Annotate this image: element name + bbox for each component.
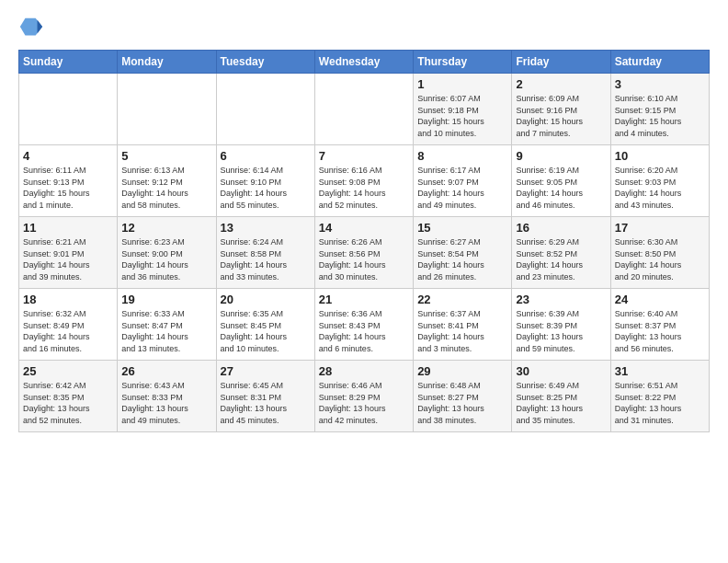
day-info: Sunrise: 6:39 AM Sunset: 8:39 PM Dayligh… — [516, 308, 606, 354]
calendar-cell: 1Sunrise: 6:07 AM Sunset: 9:18 PM Daylig… — [414, 74, 512, 145]
calendar-cell: 2Sunrise: 6:09 AM Sunset: 9:16 PM Daylig… — [512, 74, 610, 145]
day-header-saturday: Saturday — [610, 51, 709, 74]
page-container: SundayMondayTuesdayWednesdayThursdayFrid… — [0, 0, 728, 442]
calendar-cell: 12Sunrise: 6:23 AM Sunset: 9:00 PM Dayli… — [118, 217, 216, 289]
day-number: 7 — [319, 149, 409, 163]
day-info: Sunrise: 6:20 AM Sunset: 9:03 PM Dayligh… — [615, 165, 705, 211]
svg-marker-1 — [38, 20, 43, 34]
day-header-tuesday: Tuesday — [216, 51, 314, 74]
day-number: 23 — [516, 293, 606, 306]
day-info: Sunrise: 6:36 AM Sunset: 8:43 PM Dayligh… — [319, 308, 409, 354]
day-header-thursday: Thursday — [414, 51, 512, 74]
calendar-cell: 9Sunrise: 6:19 AM Sunset: 9:05 PM Daylig… — [512, 145, 610, 217]
day-number: 13 — [221, 221, 311, 235]
day-number: 26 — [121, 364, 211, 378]
day-number: 29 — [417, 364, 507, 378]
day-info: Sunrise: 6:29 AM Sunset: 8:52 PM Dayligh… — [516, 236, 606, 282]
day-number: 8 — [417, 149, 507, 163]
calendar-cell: 7Sunrise: 6:16 AM Sunset: 9:08 PM Daylig… — [314, 145, 413, 217]
day-number: 27 — [221, 364, 311, 378]
day-info: Sunrise: 6:21 AM Sunset: 9:01 PM Dayligh… — [23, 236, 113, 282]
day-info: Sunrise: 6:09 AM Sunset: 9:16 PM Dayligh… — [516, 93, 606, 139]
day-number: 10 — [615, 149, 705, 163]
day-header-monday: Monday — [118, 51, 216, 74]
day-info: Sunrise: 6:35 AM Sunset: 8:45 PM Dayligh… — [221, 308, 311, 354]
day-info: Sunrise: 6:23 AM Sunset: 9:00 PM Dayligh… — [121, 236, 211, 282]
calendar-cell: 6Sunrise: 6:14 AM Sunset: 9:10 PM Daylig… — [216, 145, 314, 217]
day-info: Sunrise: 6:27 AM Sunset: 8:54 PM Dayligh… — [417, 236, 507, 282]
calendar-cell: 21Sunrise: 6:36 AM Sunset: 8:43 PM Dayli… — [314, 289, 413, 361]
day-info: Sunrise: 6:37 AM Sunset: 8:41 PM Dayligh… — [417, 308, 507, 354]
logo-icon — [18, 15, 44, 40]
calendar-cell: 30Sunrise: 6:49 AM Sunset: 8:25 PM Dayli… — [512, 361, 610, 432]
day-number: 25 — [23, 364, 113, 378]
calendar-cell: 11Sunrise: 6:21 AM Sunset: 9:01 PM Dayli… — [19, 217, 118, 289]
day-info: Sunrise: 6:49 AM Sunset: 8:25 PM Dayligh… — [516, 380, 606, 426]
day-info: Sunrise: 6:33 AM Sunset: 8:47 PM Dayligh… — [121, 308, 211, 354]
day-number: 11 — [23, 221, 113, 235]
day-number: 30 — [516, 364, 606, 378]
calendar-cell: 8Sunrise: 6:17 AM Sunset: 9:07 PM Daylig… — [414, 145, 512, 217]
day-info: Sunrise: 6:14 AM Sunset: 9:10 PM Dayligh… — [221, 165, 311, 211]
header — [18, 15, 710, 40]
calendar-cell: 17Sunrise: 6:30 AM Sunset: 8:50 PM Dayli… — [610, 217, 709, 289]
calendar-cell: 3Sunrise: 6:10 AM Sunset: 9:15 PM Daylig… — [610, 74, 709, 145]
calendar-body: 1Sunrise: 6:07 AM Sunset: 9:18 PM Daylig… — [19, 74, 710, 432]
day-info: Sunrise: 6:13 AM Sunset: 9:12 PM Dayligh… — [121, 165, 211, 211]
calendar-cell: 22Sunrise: 6:37 AM Sunset: 8:41 PM Dayli… — [414, 289, 512, 361]
day-info: Sunrise: 6:42 AM Sunset: 8:35 PM Dayligh… — [23, 380, 113, 426]
day-info: Sunrise: 6:40 AM Sunset: 8:37 PM Dayligh… — [615, 308, 705, 354]
calendar-cell: 18Sunrise: 6:32 AM Sunset: 8:49 PM Dayli… — [19, 289, 118, 361]
calendar-cell: 29Sunrise: 6:48 AM Sunset: 8:27 PM Dayli… — [414, 361, 512, 432]
day-number: 3 — [615, 77, 705, 91]
day-number: 4 — [23, 149, 113, 163]
day-number: 9 — [516, 149, 606, 163]
logo — [18, 15, 48, 40]
calendar-cell: 27Sunrise: 6:45 AM Sunset: 8:31 PM Dayli… — [216, 361, 314, 432]
calendar-cell: 31Sunrise: 6:51 AM Sunset: 8:22 PM Dayli… — [610, 361, 709, 432]
calendar-cell: 25Sunrise: 6:42 AM Sunset: 8:35 PM Dayli… — [19, 361, 118, 432]
week-row-2: 4Sunrise: 6:11 AM Sunset: 9:13 PM Daylig… — [19, 145, 710, 217]
day-number: 15 — [417, 221, 507, 235]
week-row-5: 25Sunrise: 6:42 AM Sunset: 8:35 PM Dayli… — [19, 361, 710, 432]
day-info: Sunrise: 6:51 AM Sunset: 8:22 PM Dayligh… — [615, 380, 705, 426]
calendar-cell: 26Sunrise: 6:43 AM Sunset: 8:33 PM Dayli… — [118, 361, 216, 432]
calendar-cell — [118, 74, 216, 145]
calendar-cell — [314, 74, 413, 145]
day-number: 19 — [121, 293, 211, 306]
day-info: Sunrise: 6:45 AM Sunset: 8:31 PM Dayligh… — [221, 380, 311, 426]
day-header-sunday: Sunday — [19, 51, 118, 74]
day-number: 28 — [319, 364, 409, 378]
day-info: Sunrise: 6:32 AM Sunset: 8:49 PM Dayligh… — [23, 308, 113, 354]
day-number: 6 — [221, 149, 311, 163]
day-header-friday: Friday — [512, 51, 610, 74]
week-row-4: 18Sunrise: 6:32 AM Sunset: 8:49 PM Dayli… — [19, 289, 710, 361]
day-number: 12 — [121, 221, 211, 235]
calendar-cell — [19, 74, 118, 145]
day-number: 16 — [516, 221, 606, 235]
day-info: Sunrise: 6:17 AM Sunset: 9:07 PM Dayligh… — [417, 165, 507, 211]
calendar-cell: 20Sunrise: 6:35 AM Sunset: 8:45 PM Dayli… — [216, 289, 314, 361]
day-info: Sunrise: 6:26 AM Sunset: 8:56 PM Dayligh… — [319, 236, 409, 282]
day-number: 31 — [615, 364, 705, 378]
calendar-cell: 4Sunrise: 6:11 AM Sunset: 9:13 PM Daylig… — [19, 145, 118, 217]
calendar-header: SundayMondayTuesdayWednesdayThursdayFrid… — [19, 51, 710, 74]
week-row-3: 11Sunrise: 6:21 AM Sunset: 9:01 PM Dayli… — [19, 217, 710, 289]
day-number: 20 — [221, 293, 311, 306]
day-info: Sunrise: 6:16 AM Sunset: 9:08 PM Dayligh… — [319, 165, 409, 211]
day-info: Sunrise: 6:48 AM Sunset: 8:27 PM Dayligh… — [417, 380, 507, 426]
day-number: 24 — [615, 293, 705, 306]
calendar-cell: 16Sunrise: 6:29 AM Sunset: 8:52 PM Dayli… — [512, 217, 610, 289]
day-info: Sunrise: 6:11 AM Sunset: 9:13 PM Dayligh… — [23, 165, 113, 211]
week-row-1: 1Sunrise: 6:07 AM Sunset: 9:18 PM Daylig… — [19, 74, 710, 145]
calendar-cell: 10Sunrise: 6:20 AM Sunset: 9:03 PM Dayli… — [610, 145, 709, 217]
calendar-cell: 24Sunrise: 6:40 AM Sunset: 8:37 PM Dayli… — [610, 289, 709, 361]
calendar-cell: 5Sunrise: 6:13 AM Sunset: 9:12 PM Daylig… — [118, 145, 216, 217]
day-info: Sunrise: 6:07 AM Sunset: 9:18 PM Dayligh… — [417, 93, 507, 139]
day-info: Sunrise: 6:46 AM Sunset: 8:29 PM Dayligh… — [319, 380, 409, 426]
calendar-cell: 14Sunrise: 6:26 AM Sunset: 8:56 PM Dayli… — [314, 217, 413, 289]
day-number: 22 — [417, 293, 507, 306]
day-number: 17 — [615, 221, 705, 235]
calendar-cell: 15Sunrise: 6:27 AM Sunset: 8:54 PM Dayli… — [414, 217, 512, 289]
day-number: 18 — [23, 293, 113, 306]
